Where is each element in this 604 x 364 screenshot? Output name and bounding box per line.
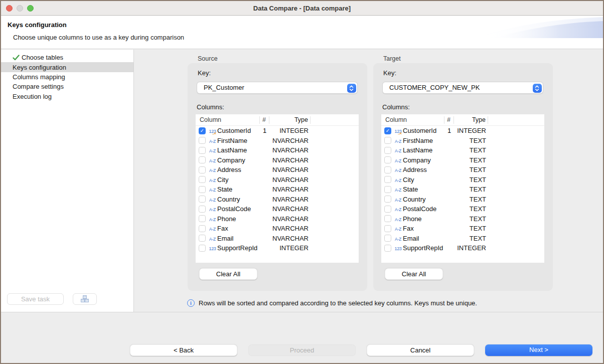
row-checkbox[interactable] xyxy=(199,137,206,144)
column-name-cell: A-ZEmail xyxy=(381,235,444,242)
table-row[interactable]: A-ZLastNameNVARCHAR xyxy=(196,145,359,155)
row-checkbox[interactable] xyxy=(199,225,206,232)
type-header[interactable]: Type xyxy=(454,116,488,124)
table-row[interactable]: A-ZCountryNVARCHAR xyxy=(196,195,359,205)
banner-swoosh-decoration xyxy=(473,16,603,40)
type-cell: TEXT xyxy=(454,156,488,164)
proceed-button[interactable]: Proceed xyxy=(248,344,356,356)
table-row[interactable]: A-ZStateNVARCHAR xyxy=(196,185,359,195)
az-glyph: A-Z xyxy=(395,178,401,183)
table-row[interactable]: A-ZCountryTEXT xyxy=(381,195,544,205)
source-clear-all-button[interactable]: Clear All xyxy=(199,268,257,280)
table-row[interactable]: 123SupportRepIdINTEGER xyxy=(381,243,544,253)
table-row[interactable]: ✓123CustomerId1INTEGER xyxy=(381,126,544,136)
row-checkbox[interactable] xyxy=(199,235,206,242)
row-checkbox[interactable] xyxy=(384,225,391,232)
table-row[interactable]: A-ZFaxNVARCHAR xyxy=(196,224,359,234)
table-row[interactable]: A-ZPostalCodeNVARCHAR xyxy=(196,204,359,214)
row-checkbox[interactable] xyxy=(199,196,206,203)
table-row[interactable]: A-ZCityTEXT xyxy=(381,175,544,185)
column-name-cell: A-ZCountry xyxy=(196,196,260,203)
text-icon: A-Z xyxy=(393,235,403,242)
type-cell: INTEGER xyxy=(269,127,311,134)
text-icon: A-Z xyxy=(208,186,217,193)
row-checkbox[interactable] xyxy=(384,196,391,203)
row-checkbox[interactable] xyxy=(384,235,391,242)
table-row[interactable]: A-ZStateTEXT xyxy=(381,185,544,195)
row-checkbox[interactable]: ✓ xyxy=(199,127,206,134)
row-checkbox[interactable] xyxy=(384,137,391,144)
table-row[interactable]: ✓123CustomerId1INTEGER xyxy=(196,126,359,136)
ordinal-header[interactable]: # xyxy=(260,116,269,124)
table-row[interactable]: A-ZEmailNVARCHAR xyxy=(196,234,359,244)
row-checkbox[interactable] xyxy=(199,186,206,193)
table-row[interactable]: A-ZAddressTEXT xyxy=(381,165,544,175)
row-checkbox[interactable] xyxy=(199,215,206,222)
table-row[interactable]: A-ZCityNVARCHAR xyxy=(196,175,359,185)
table-row[interactable]: A-ZCompanyTEXT xyxy=(381,155,544,165)
column-header[interactable]: Column xyxy=(196,116,260,124)
type-header[interactable]: Type xyxy=(269,116,311,124)
wizard-steps: Choose tablesKeys configurationColumns m… xyxy=(1,50,133,101)
row-checkbox[interactable] xyxy=(384,166,391,173)
table-row[interactable]: A-ZPhoneNVARCHAR xyxy=(196,214,359,224)
row-checkbox[interactable] xyxy=(199,206,206,213)
target-key-select[interactable]: CUSTOMER_COPY_NEW_PK xyxy=(382,82,543,94)
source-key-select[interactable]: PK_Customer xyxy=(197,82,358,94)
table-row[interactable]: A-ZLastNameTEXT xyxy=(381,145,544,155)
row-checkbox[interactable]: ✓ xyxy=(384,127,391,134)
row-checkbox[interactable] xyxy=(199,245,206,252)
target-key-label: Key: xyxy=(383,69,396,77)
table-row[interactable]: A-ZPhoneTEXT xyxy=(381,214,544,224)
column-name: Country xyxy=(217,196,240,203)
table-row[interactable]: A-ZFaxTEXT xyxy=(381,224,544,234)
text-icon: A-Z xyxy=(393,137,403,144)
table-row[interactable]: A-ZPostalCodeTEXT xyxy=(381,204,544,214)
cancel-button[interactable]: Cancel xyxy=(367,344,474,356)
column-name: LastName xyxy=(217,146,247,154)
back-button[interactable]: < Back xyxy=(130,344,237,356)
column-name: Address xyxy=(217,166,241,173)
column-name: Phone xyxy=(403,215,422,223)
az-glyph: A-Z xyxy=(395,237,401,242)
row-checkbox[interactable] xyxy=(199,156,206,163)
info-message: i Rows will be sorted and compared accor… xyxy=(187,299,477,307)
column-header[interactable]: Column xyxy=(381,116,444,124)
column-name: Address xyxy=(403,166,427,173)
column-name-cell: ✓123CustomerId xyxy=(196,127,260,134)
sidebar-step-keys-configuration[interactable]: Keys configuration xyxy=(1,62,133,72)
row-checkbox[interactable] xyxy=(384,215,391,222)
row-checkbox[interactable] xyxy=(384,176,391,183)
row-checkbox[interactable] xyxy=(384,206,391,213)
ordinal-header[interactable]: # xyxy=(444,116,454,124)
sidebar-step-compare-settings[interactable]: Compare settings xyxy=(1,82,133,91)
target-clear-all-button[interactable]: Clear All xyxy=(385,268,443,280)
table-row[interactable]: A-ZAddressNVARCHAR xyxy=(196,165,359,175)
table-row[interactable]: A-ZEmailTEXT xyxy=(381,234,544,244)
type-cell: TEXT xyxy=(454,205,488,213)
table-row[interactable]: A-ZFirstNameNVARCHAR xyxy=(196,136,359,146)
sidebar-step-choose-tables[interactable]: Choose tables xyxy=(1,53,133,62)
numeric-icon: 123 xyxy=(393,244,403,252)
table-row[interactable]: 123SupportRepIdINTEGER xyxy=(196,243,359,253)
column-name-cell: A-ZCity xyxy=(381,176,444,184)
az-glyph: A-Z xyxy=(395,188,401,193)
save-task-button[interactable]: Save task xyxy=(7,293,64,305)
row-checkbox[interactable] xyxy=(384,186,391,193)
row-checkbox[interactable] xyxy=(199,166,206,173)
row-checkbox[interactable] xyxy=(199,176,206,183)
next-button[interactable]: Next > xyxy=(485,344,592,356)
table-row[interactable]: A-ZFirstNameTEXT xyxy=(381,136,544,146)
row-checkbox[interactable] xyxy=(384,245,391,252)
az-glyph: A-Z xyxy=(209,237,216,242)
row-checkbox[interactable] xyxy=(384,156,391,163)
row-checkbox[interactable] xyxy=(384,147,391,154)
table-rows: ✓123CustomerId1INTEGERA-ZFirstNameNVARCH… xyxy=(196,126,359,253)
column-name-cell: A-ZAddress xyxy=(381,166,444,173)
table-row[interactable]: A-ZCompanyNVARCHAR xyxy=(196,155,359,165)
boxes-button[interactable] xyxy=(73,293,97,305)
dropdown-stepper-icon xyxy=(347,84,356,93)
row-checkbox[interactable] xyxy=(199,147,206,154)
sidebar-step-execution-log[interactable]: Execution log xyxy=(1,92,133,101)
sidebar-step-columns-mapping[interactable]: Columns mapping xyxy=(1,72,133,82)
